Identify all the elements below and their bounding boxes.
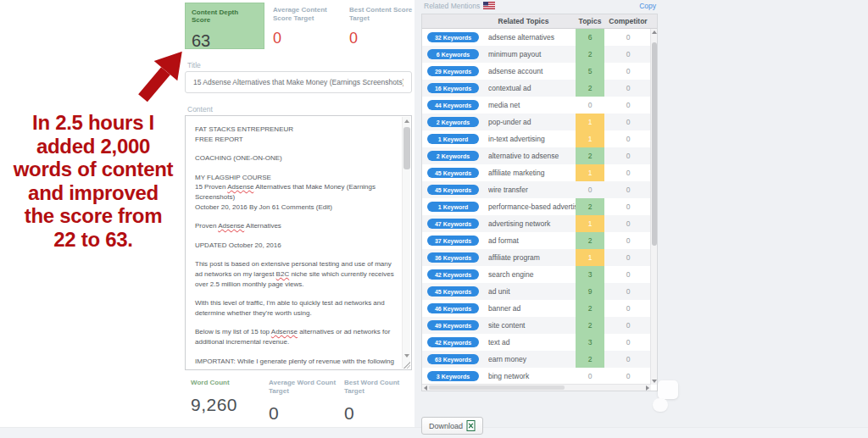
resize-grip-icon[interactable] bbox=[403, 361, 410, 369]
table-row[interactable]: 45 Keywordsad unit90 bbox=[422, 283, 652, 300]
topic-label: earn money bbox=[488, 355, 576, 363]
keywords-count-badge[interactable]: 6 Keywords bbox=[427, 49, 479, 59]
table-horizontal-scrollbar[interactable] bbox=[422, 384, 651, 391]
keywords-count-badge[interactable]: 45 Keywords bbox=[427, 286, 479, 297]
app-root: In 2.5 hours Iadded 2,000words of conten… bbox=[0, 0, 868, 438]
competitor-count-cell: 0 bbox=[604, 321, 652, 330]
table-row[interactable]: 16 Keywordscontextual ad20 bbox=[422, 80, 652, 97]
copy-link[interactable]: Copy bbox=[631, 2, 656, 10]
best-content-score-target: Best Content Score Target 0 bbox=[349, 6, 417, 47]
scroll-left-icon[interactable] bbox=[424, 385, 427, 391]
best-word-count-target-block: Best Word Count Target 0 bbox=[344, 379, 417, 424]
table-row[interactable]: 45 Keywordsaffiliate marketing10 bbox=[422, 164, 652, 181]
table-row[interactable]: 42 Keywordstext ad30 bbox=[422, 334, 652, 351]
table-scrollbar-thumb[interactable] bbox=[652, 42, 657, 246]
table-row[interactable]: 49 Keywordssite content20 bbox=[422, 317, 652, 334]
topics-count-cell: 2 bbox=[576, 147, 604, 164]
topics-count-cell: 0 bbox=[576, 368, 604, 385]
content-scrollbar-thumb[interactable] bbox=[403, 127, 410, 169]
keywords-count-badge[interactable]: 45 Keywords bbox=[427, 168, 479, 178]
competitor-count-cell: 0 bbox=[604, 135, 652, 143]
annotation-note: In 2.5 hours Iadded 2,000words of conten… bbox=[2, 111, 185, 251]
keywords-count-badge[interactable]: 46 Keywords bbox=[427, 303, 479, 313]
scrollbar-corner-artifact bbox=[658, 380, 678, 399]
scroll-right-icon[interactable] bbox=[646, 385, 649, 391]
keywords-count-badge[interactable]: 63 Keywords bbox=[427, 354, 479, 364]
content-textarea[interactable]: FAT STACKS ENTREPRENEURFREE REPORTCOACHI… bbox=[185, 115, 412, 370]
table-vertical-scrollbar[interactable] bbox=[650, 29, 657, 385]
topic-label: in-text advertising bbox=[488, 135, 576, 143]
column-header-related-topics: Related Topics bbox=[422, 17, 576, 25]
keywords-count-badge[interactable]: 2 Keywords bbox=[427, 151, 479, 161]
topic-label: bing network bbox=[488, 372, 576, 380]
topic-label: adsense account bbox=[488, 67, 576, 75]
keywords-count-badge[interactable]: 47 Keywords bbox=[427, 219, 479, 229]
content-scrollbar[interactable] bbox=[402, 117, 410, 369]
table-row[interactable]: 44 Keywordsmedia net00 bbox=[422, 97, 652, 114]
topics-count-cell: 2 bbox=[576, 198, 604, 215]
keywords-count-badge[interactable]: 1 Keyword bbox=[427, 134, 479, 144]
table-row[interactable]: 29 Keywordsadsense account50 bbox=[422, 63, 652, 80]
keywords-count-badge[interactable]: 42 Keywords bbox=[427, 269, 479, 280]
related-topics-table: Related Topics Topics Competitor 32 Keyw… bbox=[421, 14, 658, 391]
download-button[interactable]: Download bbox=[421, 417, 483, 435]
table-row[interactable]: 63 Keywordsearn money20 bbox=[422, 351, 652, 368]
keywords-count-badge[interactable]: 45 Keywords bbox=[427, 185, 479, 195]
scroll-down-icon[interactable] bbox=[403, 352, 411, 360]
table-row[interactable]: 2 Keywordspop-under ad10 bbox=[422, 114, 652, 130]
keywords-count-badge[interactable]: 29 Keywords bbox=[427, 66, 479, 76]
keywords-count-badge[interactable]: 32 Keywords bbox=[427, 32, 479, 42]
column-header-competitor: Competitor bbox=[604, 17, 652, 25]
table-row[interactable]: 47 Keywordsadvertising network10 bbox=[422, 215, 652, 232]
table-row[interactable]: 42 Keywordssearch engine30 bbox=[422, 266, 652, 283]
scroll-up-icon[interactable] bbox=[652, 30, 657, 34]
table-row[interactable]: 1 Keywordin-text advertising10 bbox=[422, 130, 652, 147]
scroll-up-icon[interactable] bbox=[403, 117, 411, 125]
keywords-count-badge[interactable]: 36 Keywords bbox=[427, 252, 479, 263]
table-row[interactable]: 37 Keywordsad format20 bbox=[422, 232, 652, 249]
keywords-count-badge[interactable]: 42 Keywords bbox=[427, 337, 479, 347]
topics-count-cell: 2 bbox=[576, 80, 604, 97]
competitor-count-cell: 0 bbox=[604, 372, 652, 380]
keywords-count-badge[interactable]: 49 Keywords bbox=[427, 320, 479, 330]
us-flag-icon bbox=[483, 2, 495, 9]
competitor-count-cell: 0 bbox=[604, 270, 652, 279]
best-content-score-target-label: Best Content Score Target bbox=[349, 6, 417, 23]
related-mentions-title: Related Mentions bbox=[424, 2, 495, 10]
table-row[interactable]: 46 Keywordsbanner ad20 bbox=[422, 300, 652, 317]
keywords-count-badge[interactable]: 37 Keywords bbox=[427, 236, 479, 246]
title-input[interactable] bbox=[185, 71, 412, 93]
topics-count-cell: 5 bbox=[576, 63, 604, 80]
topics-count-cell: 1 bbox=[576, 215, 604, 232]
keywords-count-badge[interactable]: 2 Keywords bbox=[427, 117, 479, 127]
download-button-label: Download bbox=[429, 422, 463, 430]
scroll-down-icon[interactable] bbox=[652, 380, 657, 383]
table-row[interactable]: 6 Keywordsminimum payout20 bbox=[422, 46, 652, 63]
topic-label: text ad bbox=[488, 338, 576, 347]
table-row[interactable]: 2 Keywordsalternative to adsense20 bbox=[422, 147, 652, 164]
topic-label: alternative to adsense bbox=[488, 152, 576, 160]
best-word-count-target-value: 0 bbox=[344, 403, 417, 424]
table-row[interactable]: 3 Keywordsbing network00 bbox=[422, 368, 652, 385]
keywords-count-badge[interactable]: 16 Keywords bbox=[427, 83, 479, 93]
topics-count-cell: 2 bbox=[576, 351, 604, 368]
topic-label: ad format bbox=[488, 236, 576, 245]
content-depth-score-box: Content Depth Score 63 bbox=[185, 3, 264, 49]
topics-count-cell: 3 bbox=[576, 334, 604, 351]
table-row[interactable]: 1 Keywordperformance-based advertising20 bbox=[422, 198, 652, 215]
topics-count-cell: 2 bbox=[576, 46, 604, 63]
keywords-count-badge[interactable]: 44 Keywords bbox=[427, 100, 479, 110]
table-row[interactable]: 36 Keywordsaffiliate program10 bbox=[422, 249, 652, 266]
related-mentions-title-text: Related Mentions bbox=[424, 2, 480, 10]
topics-count-cell: 1 bbox=[576, 130, 604, 147]
table-row[interactable]: 45 Keywordswire transfer00 bbox=[422, 181, 652, 198]
competitor-count-cell: 0 bbox=[604, 33, 652, 42]
best-word-count-target-label: Best Word Count Target bbox=[344, 379, 417, 396]
keywords-count-badge[interactable]: 3 Keywords bbox=[427, 371, 479, 381]
topics-count-cell: 1 bbox=[576, 114, 604, 130]
keywords-count-badge[interactable]: 1 Keyword bbox=[427, 202, 479, 212]
table-hscrollbar-thumb[interactable] bbox=[429, 385, 565, 390]
average-content-score-target-value: 0 bbox=[273, 30, 341, 47]
competitor-count-cell: 0 bbox=[604, 50, 652, 58]
table-row[interactable]: 32 Keywordsadsense alternatives60 bbox=[422, 29, 652, 46]
